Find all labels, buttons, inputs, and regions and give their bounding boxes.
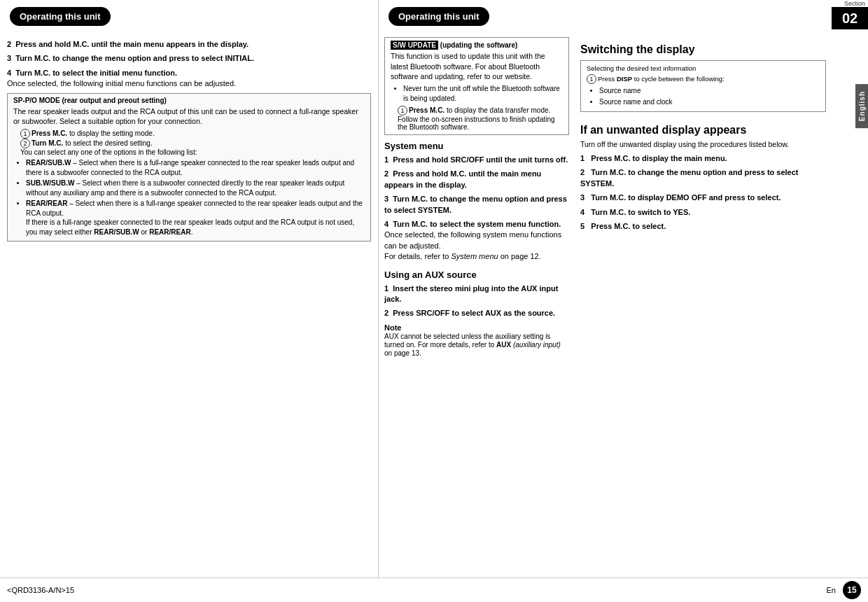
step-3-text: Turn M.C. to change the menu option and … (15, 54, 254, 62)
unwanted-step-2-text: Turn M.C. to change the menu option and … (580, 168, 799, 187)
aux-step-1: 1 Insert the stereo mini plug into the A… (384, 284, 569, 305)
aux-note-bold: AUX (496, 341, 511, 349)
unwanted-step-5-text: Press M.C. to select. (591, 222, 666, 230)
step-3-label: 3 (7, 54, 11, 62)
unwanted-step-3-text: Turn M.C. to display DEMO OFF and press … (591, 193, 780, 202)
aux-note-label: Note (384, 323, 401, 332)
sw-update-item1: 1Press M.C. to display the data transfer… (398, 106, 563, 131)
selecting-item-1-bold: DISP (617, 75, 632, 83)
sw-update-body: This function is used to update this uni… (391, 51, 563, 82)
footer-right: En 15 (827, 581, 861, 599)
selecting-item-1: 1Press DISP to cycle between the followi… (587, 74, 820, 84)
right-column: Section 02 English Operating this unit S… (379, 0, 868, 578)
left-column: Operating this unit 2 Press and hold M.C… (0, 0, 379, 578)
aux-note-page: on page 13. (384, 349, 421, 357)
footer-model: <QRD3136-A/N>15 (7, 586, 74, 594)
middle-content: S/W UPDATE (updating the software) This … (379, 33, 575, 578)
selecting-item-1-num: 1 (587, 74, 596, 84)
section-badge: Section 02 (832, 0, 868, 29)
aux-heading: Using an AUX source (384, 270, 569, 280)
right-header-bar: Operating this unit (388, 7, 489, 26)
sp-mode-item1-num: 1 (20, 129, 30, 139)
system-step-2: 2 Press and hold M.C. until the main men… (384, 169, 569, 190)
system-step-1-label: 1 (384, 155, 388, 164)
selecting-box: Selecting the desired text information 1… (580, 60, 826, 112)
system-step-1-text: Press and hold SRC/OFF until the unit tu… (393, 155, 568, 164)
system-step-4-page: on page 12. (498, 252, 541, 260)
step-4-text-normal: Once selected, the following initial men… (7, 79, 236, 88)
sw-update-title-normal: (updating the software) (438, 41, 517, 49)
aux-step-2: 2 Press SRC/OFF to select AUX as the sou… (384, 308, 569, 318)
sp-mode-bullet-3: REAR/REAR – Select when there is a full-… (26, 199, 365, 237)
sw-update-item1-num: 1 (398, 106, 407, 115)
sp-mode-body: The rear speaker leads output and the RC… (13, 106, 365, 127)
selecting-box-title: Selecting the desired text information (587, 64, 820, 72)
unwanted-step-5-label: 5 (580, 222, 584, 230)
page-num-badge: 15 (843, 581, 861, 599)
system-step-3: 3 Turn M.C. to change the menu option an… (384, 194, 569, 216)
system-step-4-normal: Once selected, the following system menu… (384, 230, 561, 249)
step-4-text-bold: Turn M.C. to select the initial menu fun… (15, 69, 177, 77)
system-menu-heading: System menu (384, 141, 569, 151)
system-step-1: 1 Press and hold SRC/OFF until the unit … (384, 155, 569, 165)
unwanted-step-2-label: 2 (580, 168, 584, 176)
bullet-1-label: REAR/SUB.W (26, 159, 71, 167)
unwanted-step-5: 5 Press M.C. to select. (580, 221, 826, 232)
unwanted-step-1-label: 1 (580, 154, 584, 162)
selecting-bullet-1: Source name (599, 86, 820, 96)
unwanted-step-1: 1 Press M.C. to display the main menu. (580, 153, 826, 164)
step-2-label: 2 (7, 40, 11, 48)
sp-mode-title: SP-P/O MODE (rear output and preout sett… (13, 97, 365, 104)
system-step-4-italic: System menu (451, 252, 498, 260)
sw-update-box: S/W UPDATE (updating the software) This … (384, 37, 569, 135)
aux-step-2-label: 2 (384, 309, 388, 317)
selecting-item-1-text: Press (598, 75, 617, 83)
sw-update-title: S/W UPDATE (updating the software) (391, 41, 563, 49)
unwanted-display-heading: If an unwanted display appears (580, 123, 826, 136)
bullet-2-label: SUB.W/SUB.W (26, 179, 74, 187)
step-2-text: Press and hold M.C. until the main menu … (15, 40, 248, 48)
system-step-2-label: 2 (384, 169, 388, 178)
sp-mode-item2: 2Turn M.C. to select the desired setting… (20, 139, 365, 148)
system-step-3-label: 3 (384, 195, 388, 203)
bullet-3-label: REAR/REAR (26, 200, 67, 207)
aux-step-2-text: Press SRC/OFF to select AUX as the sourc… (393, 309, 555, 317)
system-step-4-ref: For details, refer to (384, 252, 451, 260)
bottom-bar: <QRD3136-A/N>15 En 15 (0, 578, 868, 602)
unwanted-step-4-label: 4 (580, 208, 584, 216)
left-header-bar: Operating this unit (10, 7, 111, 26)
sp-mode-bullet-2: SUB.W/SUB.W – Select when there is a sub… (26, 178, 365, 197)
unwanted-display-body: Turn off the unwanted display using the … (580, 139, 826, 150)
sw-update-item1-bold: Press M.C. (409, 106, 444, 114)
sw-update-bullet-1: Never turn the unit off while the Blueto… (403, 84, 563, 103)
unwanted-step-4: 4 Turn M.C. to switch to YES. (580, 207, 826, 218)
sp-mode-item2-text: to select the desired setting. (63, 139, 152, 147)
sp-mode-item1-bold: Press M.C. (31, 130, 67, 137)
section-number: 02 (832, 7, 868, 29)
step-2: 2 Press and hold M.C. until the main men… (7, 39, 371, 50)
english-tab: English (855, 84, 868, 128)
right-header-row: Operating this unit (379, 0, 868, 33)
left-header-row: Operating this unit (0, 0, 378, 33)
step-4: 4 Turn M.C. to select the initial menu f… (7, 68, 371, 90)
sp-mode-bullet-1: REAR/SUB.W – Select when there is a full… (26, 158, 365, 177)
sp-mode-item2-sub: You can select any one of the options in… (20, 148, 365, 156)
section-label: Section (844, 0, 868, 7)
sp-mode-item2-bold: Turn M.C. (31, 139, 63, 147)
selecting-item-1-text2: to cycle between the following: (632, 75, 724, 83)
sw-update-bullets: Never turn the unit off while the Blueto… (403, 84, 563, 103)
selecting-bullet-2: Source name and clock (599, 97, 820, 107)
aux-note-italic: (auxiliary input) (511, 341, 561, 349)
far-right-content: Switching the display Selecting the desi… (575, 33, 868, 578)
en-label: En (827, 586, 836, 594)
aux-note: Note AUX cannot be selected unless the a… (384, 323, 569, 357)
switching-display-heading: Switching the display (580, 43, 826, 56)
selecting-bullets: Source name Source name and clock (599, 86, 820, 106)
left-content-area: 2 Press and hold M.C. until the main men… (0, 33, 378, 308)
system-step-3-text: Turn M.C. to change the menu option and … (384, 195, 567, 214)
sp-mode-title-suffix: (rear output and preout setting) (60, 97, 167, 104)
sp-mode-bullets: REAR/SUB.W – Select when there is a full… (26, 158, 365, 237)
sp-mode-item1-text: to display the setting mode. (67, 130, 155, 137)
unwanted-step-3: 3 Turn M.C. to display DEMO OFF and pres… (580, 192, 826, 203)
aux-step-1-label: 1 (384, 284, 388, 293)
